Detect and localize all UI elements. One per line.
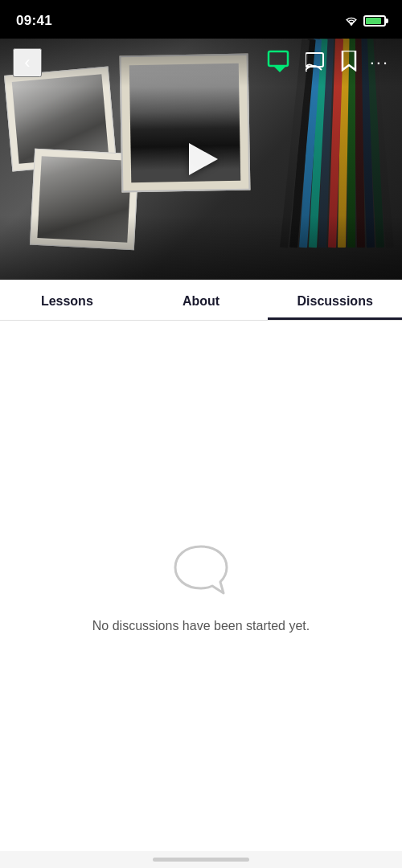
status-time: 09:41: [16, 13, 52, 29]
cast-button[interactable]: [306, 51, 328, 75]
tab-discussions[interactable]: Discussions: [268, 280, 402, 320]
battery-icon: [363, 15, 386, 27]
tabs-bar: Lessons About Discussions: [0, 280, 402, 321]
tab-about[interactable]: About: [134, 280, 269, 320]
svg-marker-2: [273, 66, 286, 72]
more-button[interactable]: ···: [370, 52, 389, 73]
bookmark-icon: [341, 51, 357, 72]
empty-state: No discussions have been started yet.: [92, 538, 310, 633]
wifi-icon: [344, 15, 359, 27]
cast-icon: [306, 51, 328, 72]
play-triangle: [189, 143, 218, 175]
empty-discussions-message: No discussions have been started yet.: [92, 619, 310, 633]
airplay-button[interactable]: [267, 50, 293, 76]
svg-point-0: [351, 23, 353, 26]
status-bar: 09:41: [0, 0, 402, 39]
tab-lessons[interactable]: Lessons: [0, 280, 134, 320]
status-icons: [344, 15, 386, 27]
svg-rect-1: [269, 51, 288, 66]
video-controls-top: ‹: [0, 39, 402, 87]
play-button[interactable]: [175, 133, 227, 185]
svg-point-4: [306, 70, 307, 72]
video-overlay: [0, 215, 402, 280]
chat-bubble-icon: [169, 538, 233, 603]
discussions-content: No discussions have been started yet.: [0, 321, 402, 851]
home-indicator: [153, 858, 249, 862]
airplay-icon: [267, 50, 293, 76]
back-button[interactable]: ‹: [13, 48, 42, 77]
bookmark-button[interactable]: [341, 51, 357, 75]
video-action-icons: ···: [267, 50, 389, 76]
video-player[interactable]: ‹: [0, 39, 402, 280]
